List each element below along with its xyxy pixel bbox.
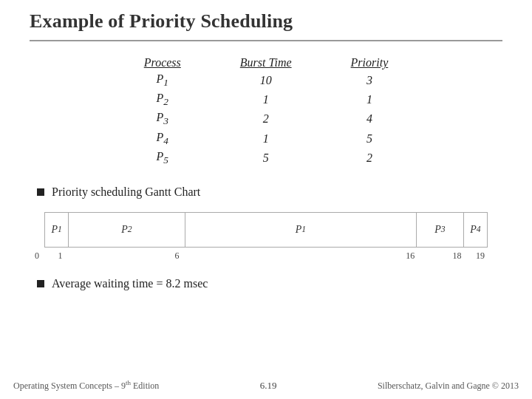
gantt-label: 6 (174, 250, 179, 262)
footer-center: 6.19 (260, 380, 277, 392)
process-table: Process Burst Time Priority P1103P211P32… (115, 55, 418, 168)
gantt-label: 19 (476, 250, 485, 262)
table-row: P552 (115, 149, 418, 168)
gantt-block: P4 (464, 213, 487, 247)
footer-right: Silberschatz, Galvin and Gagne © 2013 (378, 381, 519, 392)
gantt-chart: P1P2P1P3P4 016161819 (37, 209, 495, 264)
gantt-block: P2 (69, 213, 185, 247)
page-title: Example of Priority Scheduling (30, 10, 293, 32)
bullet-avg-text: Average waiting time = 8.2 msec (52, 277, 208, 290)
gantt-label: 16 (406, 250, 415, 262)
table-cell: 5 (211, 149, 321, 168)
bullet-gantt: Priority scheduling Gantt Chart (37, 185, 502, 199)
table-cell: P1 (115, 71, 211, 90)
gantt-label: 0 (35, 250, 39, 262)
table-cell: 2 (211, 109, 321, 129)
gantt-block: P1 (45, 213, 69, 247)
col-header-process: Process (115, 55, 211, 71)
bullet-gantt-text: Priority scheduling Gantt Chart (52, 185, 200, 199)
col-header-priority: Priority (321, 55, 418, 71)
table-cell: P4 (115, 129, 211, 149)
col-header-burst: Burst Time (211, 55, 321, 71)
table-cell: 1 (211, 129, 321, 149)
table-cell: 1 (211, 90, 321, 109)
table-cell: 4 (321, 109, 418, 129)
table-cell: 1 (321, 90, 418, 109)
footer: Operating System Concepts – 9th Edition … (0, 379, 532, 392)
table-cell: P5 (115, 149, 211, 168)
table-cell: P3 (115, 109, 211, 129)
bullet-icon (37, 188, 44, 196)
table-cell: P2 (115, 90, 211, 109)
table-row: P415 (115, 129, 418, 149)
table-row: P211 (115, 90, 418, 109)
footer-left: Operating System Concepts – 9th Edition (13, 379, 159, 392)
bullet-avg: Average waiting time = 8.2 msec (37, 277, 502, 290)
gantt-label: 1 (58, 250, 63, 262)
table-cell: 10 (211, 71, 321, 90)
table-row: P1103 (115, 71, 418, 90)
gantt-label: 18 (452, 250, 461, 262)
table-row: P324 (115, 109, 418, 129)
table-cell: 5 (321, 129, 418, 149)
table-cell: 2 (321, 149, 418, 168)
table-cell: 3 (321, 71, 418, 90)
gantt-block: P3 (417, 213, 464, 247)
bullet-avg-icon (37, 280, 44, 287)
gantt-block: P1 (185, 213, 417, 247)
